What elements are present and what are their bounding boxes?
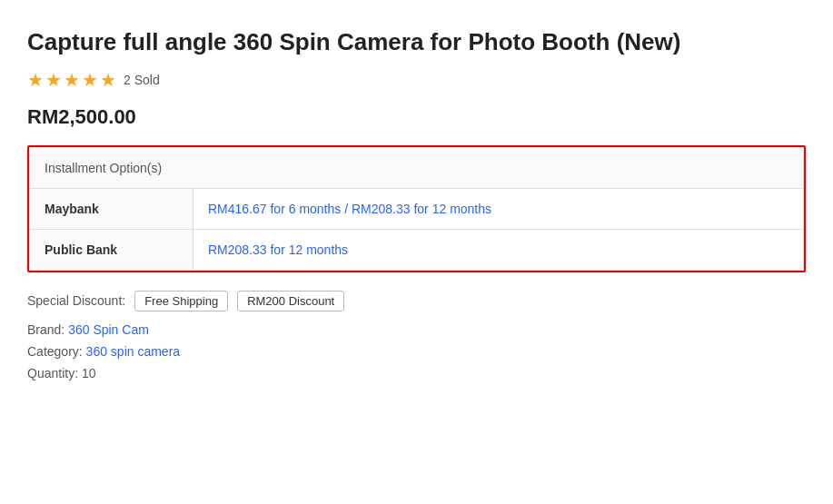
special-discount-row: Special Discount: Free Shipping RM200 Di… [27,291,806,311]
installment-table-wrapper: Installment Option(s) Maybank RM416.67 f… [27,145,806,272]
brand-row: Brand: 360 Spin Cam [27,322,806,337]
special-discount-label: Special Discount: [27,293,125,308]
star-5: ★ [100,69,116,91]
quantity-label: Quantity: [27,366,78,380]
rating-row: ★ ★ ★ ★ ★ 2 Sold [27,69,806,91]
installment-details-maybank: RM416.67 for 6 months / RM208.33 for 12 … [193,188,804,229]
installment-table: Installment Option(s) Maybank RM416.67 f… [29,147,804,271]
bank-name-publicbank: Public Bank [30,229,193,270]
quantity-value: 10 [82,366,96,380]
category-row: Category: 360 spin camera [27,344,806,359]
product-title: Capture full angle 360 Spin Camera for P… [27,27,806,58]
brand-link[interactable]: 360 Spin Cam [68,322,149,337]
sold-count: 2 Sold [124,73,160,87]
category-link[interactable]: 360 spin camera [86,344,181,359]
installment-details-publicbank: RM208.33 for 12 months [193,229,804,270]
quantity-row: Quantity: 10 [27,366,806,380]
table-row: Maybank RM416.67 for 6 months / RM208.33… [30,188,804,229]
star-4: ★ [82,69,98,91]
product-price: RM2,500.00 [27,105,806,129]
star-2: ★ [45,69,62,91]
category-label: Category: [27,344,83,359]
star-rating: ★ ★ ★ ★ ★ [27,69,116,91]
star-1: ★ [27,69,44,91]
installment-header: Installment Option(s) [30,147,804,188]
free-shipping-badge: Free Shipping [134,291,228,311]
bank-name-maybank: Maybank [30,188,193,229]
star-3: ★ [64,69,80,91]
table-row: Public Bank RM208.33 for 12 months [30,229,804,270]
brand-label: Brand: [27,322,64,337]
rm200-discount-badge: RM200 Discount [237,291,344,311]
